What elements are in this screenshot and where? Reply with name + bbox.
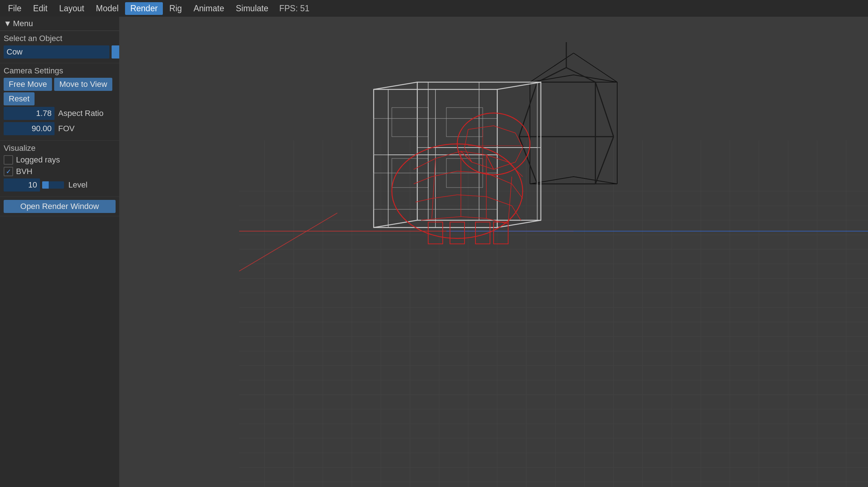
menu-collapse-arrow: ▼ (4, 19, 12, 28)
move-to-view-button[interactable]: Move to View (54, 78, 112, 91)
camera-buttons-row: Free Move Move to View (4, 78, 116, 91)
camera-settings-label: Camera Settings (4, 66, 116, 76)
select-object-label: Select an Object (4, 34, 116, 43)
select-object-section: Select an Object (0, 31, 119, 63)
menu-header-label: Menu (13, 19, 33, 28)
fov-row: FOV (4, 122, 116, 135)
viewport-3d[interactable] (119, 17, 868, 487)
logged-rays-row[interactable]: Logged rays (4, 155, 116, 165)
aspect-ratio-label: Aspect Ratio (58, 109, 104, 118)
level-row: Level (4, 178, 116, 192)
svg-rect-1 (119, 17, 868, 487)
object-input-row (4, 45, 116, 59)
logged-rays-checkbox[interactable] (4, 155, 13, 165)
bvh-checkbox[interactable]: ✓ (4, 167, 13, 176)
menu-render[interactable]: Render (125, 2, 162, 15)
top-menu-bar: File Edit Layout Model Render Rig Animat… (0, 0, 868, 17)
fov-input[interactable] (4, 122, 55, 135)
level-label: Level (68, 180, 88, 190)
menu-edit[interactable]: Edit (28, 2, 53, 15)
viewport-canvas (119, 17, 868, 487)
menu-rig[interactable]: Rig (164, 2, 187, 15)
menu-animate[interactable]: Animate (188, 2, 229, 15)
logged-rays-label: Logged rays (16, 155, 60, 165)
aspect-ratio-input[interactable] (4, 107, 55, 120)
object-name-input[interactable] (4, 45, 109, 59)
open-render-button[interactable]: Open Render Window (4, 200, 116, 213)
sidebar-panel: ▼ Menu Select an Object Camera Settings … (0, 17, 119, 487)
reset-button[interactable]: Reset (4, 92, 35, 105)
level-slider-fill (42, 181, 49, 189)
level-input[interactable] (4, 178, 40, 192)
menu-layout[interactable]: Layout (54, 2, 89, 15)
level-slider-track[interactable] (42, 181, 64, 189)
sidebar-menu-header[interactable]: ▼ Menu (0, 17, 119, 31)
fps-display: FPS: 51 (279, 4, 309, 13)
free-move-button[interactable]: Free Move (4, 78, 52, 91)
bvh-row[interactable]: ✓ BVH (4, 167, 116, 176)
camera-settings-section: Camera Settings Free Move Move to View R… (0, 63, 119, 141)
reset-row: Reset (4, 92, 116, 105)
fov-label: FOV (58, 124, 75, 133)
open-render-section: Open Render Window (0, 197, 119, 216)
aspect-ratio-row: Aspect Ratio (4, 107, 116, 120)
main-area: ▼ Menu Select an Object Camera Settings … (0, 17, 868, 487)
menu-simulate[interactable]: Simulate (231, 2, 273, 15)
bvh-label: BVH (16, 167, 32, 176)
menu-model[interactable]: Model (91, 2, 124, 15)
visualize-section: Visualize Logged rays ✓ BVH Level (0, 141, 119, 197)
visualize-label: Visualize (4, 144, 116, 153)
menu-file[interactable]: File (3, 2, 27, 15)
